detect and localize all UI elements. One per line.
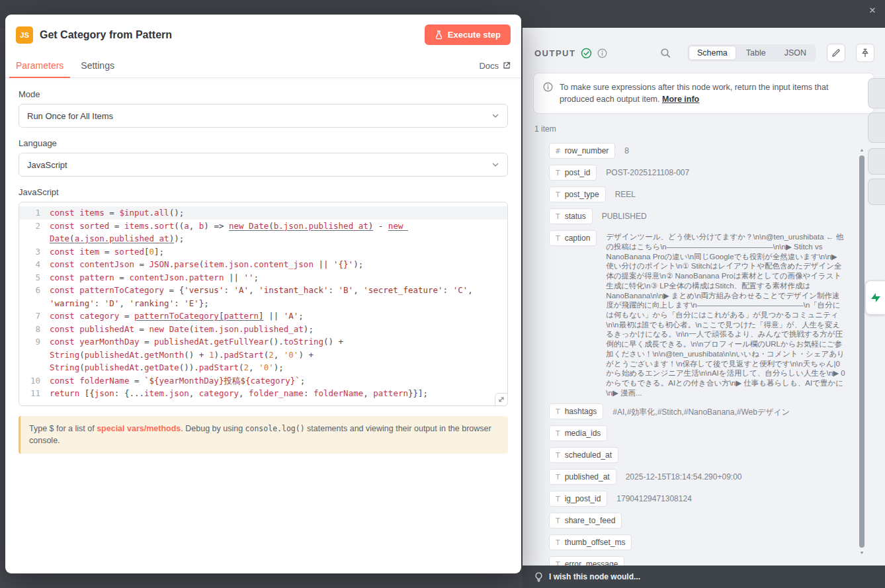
schema-key: ig_post_id <box>565 494 601 503</box>
code-line[interactable]: 10const folderName = `${yearMonthDay}投稿$… <box>19 374 507 388</box>
edge-card[interactable] <box>868 179 885 205</box>
output-view-tabs: SchemaTableJSON <box>687 44 816 62</box>
number-type-icon: # <box>556 147 560 155</box>
code-line[interactable]: 6const patternToCategory = {'versus': 'A… <box>19 284 507 310</box>
external-link-icon <box>503 62 511 69</box>
lightbulb-icon <box>534 572 543 582</box>
search-icon[interactable] <box>660 48 671 59</box>
schema-value: 2025-12-15T18:14:54.290+09:00 <box>626 469 742 482</box>
schema-key-pill[interactable]: Tcaption <box>549 230 597 246</box>
schema-key-pill[interactable]: Tpost_id <box>549 165 597 181</box>
code-line[interactable]: 2const sorted = items.sort((a, b) => new… <box>19 220 507 245</box>
schema-row-ig_post_id: Tig_post_id17904129471308124 <box>549 491 845 507</box>
close-icon[interactable]: × <box>869 4 876 17</box>
schema-value: デザインツール、どう使い分けてますか？\n\n@ten_urushibata ←… <box>606 230 845 398</box>
output-tab-json[interactable]: JSON <box>776 46 815 60</box>
code-line[interactable]: 1const items = $input.all(); <box>19 206 507 220</box>
code-line[interactable]: 5const pattern = contentJson.pattern || … <box>19 271 507 284</box>
schema-view: #row_number8Tpost_idPOST-2025121108-007T… <box>523 140 885 566</box>
line-number: 1 <box>19 206 50 220</box>
parameters-form: Mode Run Once for All Items Language Jav… <box>5 78 521 454</box>
code-line[interactable]: 4const contentJson = JSON.parse(item.jso… <box>19 258 507 271</box>
feedback-link[interactable]: I wish this node would... <box>549 572 640 581</box>
schema-key-pill[interactable]: #row_number <box>549 143 615 159</box>
schema-key: share_to_feed <box>565 516 616 525</box>
code-editor[interactable]: 1const items = $input.all();2const sorte… <box>19 202 508 406</box>
code-line[interactable]: 11return [{json: {...item.json, category… <box>19 387 507 400</box>
string-type-icon: T <box>556 451 560 460</box>
tab-parameters[interactable]: Parameters <box>16 54 63 77</box>
output-tab-table[interactable]: Table <box>738 46 775 60</box>
language-select[interactable]: JavaScript <box>19 153 508 177</box>
code-line[interactable]: 9const yearMonthDay = publishedAt.getFul… <box>19 335 507 374</box>
line-number: 9 <box>19 335 50 374</box>
docs-link[interactable]: Docs <box>479 61 511 71</box>
schema-row-hashtags: Thashtags#AI,#効率化,#Stitch,#NanoBanana,#W… <box>549 403 845 419</box>
line-number: 11 <box>19 387 50 400</box>
node-icon-card[interactable] <box>865 280 885 315</box>
schema-key: row_number <box>565 146 609 155</box>
more-info-link[interactable]: More info <box>662 95 699 104</box>
schema-row-published_at: Tpublished_at2025-12-15T18:14:54.290+09:… <box>549 469 845 485</box>
schema-value: #AI,#効率化,#Stitch,#NanoBanana,#Webデザイン <box>612 403 790 418</box>
schema-key-pill[interactable]: Tthumb_offset_ms <box>549 534 632 550</box>
line-number: 6 <box>19 284 50 310</box>
schema-key-pill[interactable]: Tshare_to_feed <box>549 513 622 528</box>
scroll-down-icon[interactable]: ▼ <box>860 550 864 556</box>
scroll-up-icon[interactable]: ▲ <box>860 147 864 153</box>
tab-settings[interactable]: Settings <box>81 54 114 77</box>
output-hint-banner: To make sure expressions after this node… <box>533 73 874 114</box>
schema-key-pill[interactable]: Tscheduled_at <box>549 447 618 463</box>
edge-card[interactable] <box>868 148 885 175</box>
schema-row-share_to_feed: Tshare_to_feed <box>549 513 845 528</box>
schema-key: post_id <box>565 168 591 177</box>
schema-key-pill[interactable]: Terror_message <box>549 556 624 566</box>
line-number: 5 <box>19 271 50 284</box>
edge-card[interactable] <box>868 78 885 108</box>
schema-key-pill[interactable]: Tstatus <box>549 208 593 224</box>
execute-step-button[interactable]: Execute step <box>425 24 511 45</box>
string-type-icon: T <box>556 407 560 416</box>
code-line[interactable]: 3const item = sorted[0]; <box>19 245 507 259</box>
info-icon[interactable] <box>597 48 607 58</box>
edit-output-button[interactable] <box>827 44 845 62</box>
editor-hint: Type $ for a list of special vars/method… <box>19 416 508 454</box>
line-number: 3 <box>19 245 50 259</box>
schema-row-caption: Tcaptionデザインツール、どう使い分けてますか？\n\n@ten_urus… <box>549 230 845 398</box>
output-title: OUTPUT <box>534 48 575 58</box>
schema-key-pill[interactable]: Tpost_type <box>549 187 606 202</box>
schema-key: hashtags <box>565 407 597 416</box>
line-number: 7 <box>19 310 50 323</box>
resize-handle-icon[interactable] <box>495 393 508 406</box>
output-tab-schema[interactable]: Schema <box>689 46 736 60</box>
output-scrollbar[interactable]: ▲ ▼ <box>859 147 865 556</box>
code-line[interactable]: 8const publishedAt = new Date(item.json.… <box>19 323 507 336</box>
success-check-icon <box>581 48 592 59</box>
schema-key-pill[interactable]: Tpublished_at <box>549 469 616 485</box>
schema-key: scheduled_at <box>565 450 612 460</box>
schema-row-media_ids: Tmedia_ids <box>549 425 845 441</box>
edge-card[interactable] <box>868 112 885 143</box>
schema-key-pill[interactable]: Tmedia_ids <box>549 425 607 441</box>
schema-row-error_message: Terror_message <box>549 556 845 566</box>
schema-row-status: TstatusPUBLISHED <box>549 208 845 224</box>
output-panel: OUTPUT SchemaTableJSON To make s <box>523 28 885 588</box>
schema-key: media_ids <box>565 429 601 438</box>
schema-value: 8 <box>624 143 629 155</box>
schema-key-pill[interactable]: Thashtags <box>549 403 603 419</box>
node-title[interactable]: Get Category from Pattern <box>40 29 172 41</box>
schema-row-post_type: Tpost_typeREEL <box>549 187 845 202</box>
string-type-icon: T <box>556 517 560 525</box>
string-type-icon: T <box>556 538 560 547</box>
code-line[interactable]: 7const category = patternToCategory[patt… <box>19 310 507 323</box>
scrollbar-thumb[interactable] <box>859 155 864 548</box>
schema-key-pill[interactable]: Tig_post_id <box>549 491 607 507</box>
special-vars-link[interactable]: special vars/methods <box>97 424 181 433</box>
chevron-down-icon <box>491 112 499 120</box>
pin-data-button[interactable] <box>856 44 874 62</box>
schema-row-post_id: Tpost_idPOST-2025121108-007 <box>549 165 845 181</box>
mode-select[interactable]: Run Once for All Items <box>19 104 508 128</box>
string-type-icon: T <box>556 190 560 199</box>
schema-key: post_type <box>565 190 599 199</box>
schema-value: REEL <box>615 187 636 199</box>
